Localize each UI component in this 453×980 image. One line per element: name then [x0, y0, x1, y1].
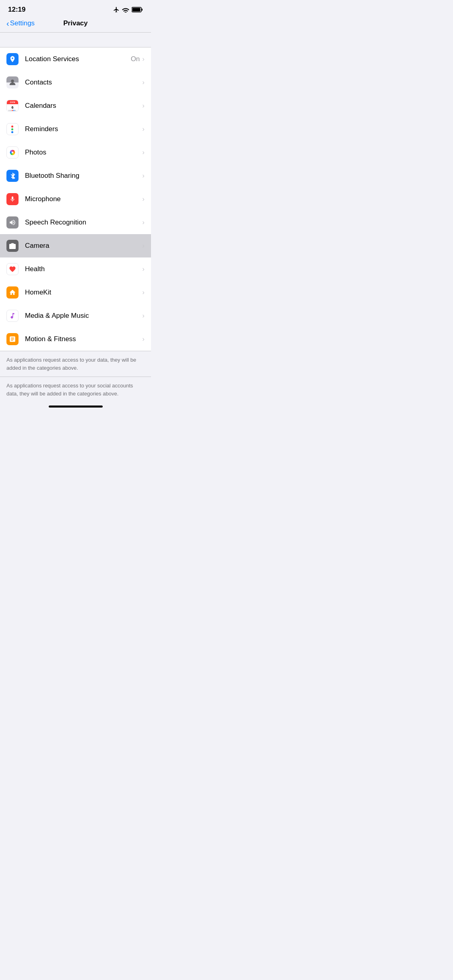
svg-rect-1: [132, 8, 141, 12]
speech-recognition-chevron-icon: ›: [142, 218, 145, 226]
motion-fitness-icon: [6, 333, 19, 345]
photos-label: Photos: [25, 148, 142, 156]
back-chevron-icon: ‹: [6, 19, 9, 27]
microphone-icon: [6, 193, 19, 205]
health-chevron-icon: ›: [142, 265, 145, 273]
reminders-label: Reminders: [25, 125, 142, 133]
homekit-icon: [6, 286, 19, 299]
section-spacer-top: [0, 33, 151, 47]
privacy-list: Location Services On › Contacts › JAN 6: [0, 47, 151, 351]
calendars-icon: JAN 6: [6, 100, 19, 112]
status-time: 12:19: [8, 6, 25, 14]
list-item-contacts[interactable]: Contacts ›: [0, 71, 151, 94]
contacts-icon: [6, 76, 19, 89]
camera-icon: [6, 240, 19, 252]
health-icon: [6, 263, 19, 275]
list-item-microphone[interactable]: Microphone ›: [0, 187, 151, 211]
reminders-chevron-icon: ›: [142, 125, 145, 133]
list-item-photos[interactable]: Photos ›: [0, 141, 151, 164]
list-item-camera[interactable]: Camera ›: [0, 234, 151, 257]
svg-point-5: [12, 152, 14, 154]
svg-rect-2: [142, 9, 143, 11]
location-services-label: Location Services: [25, 55, 131, 63]
back-label: Settings: [10, 19, 35, 27]
back-button[interactable]: ‹ Settings: [6, 19, 35, 27]
wifi-icon: [122, 7, 129, 12]
bluetooth-icon: [6, 170, 19, 182]
calendars-label: Calendars: [25, 102, 142, 110]
bluetooth-sharing-label: Bluetooth Sharing: [25, 172, 142, 180]
photos-chevron-icon: ›: [142, 148, 145, 156]
list-item-calendars[interactable]: JAN 6 Calendars ›: [0, 94, 151, 117]
media-apple-music-chevron-icon: ›: [142, 312, 145, 320]
motion-fitness-chevron-icon: ›: [142, 335, 145, 343]
list-item-location-services[interactable]: Location Services On ›: [0, 47, 151, 71]
page-title: Privacy: [63, 19, 88, 27]
contacts-chevron-icon: ›: [142, 78, 145, 86]
camera-chevron-icon: ›: [142, 242, 145, 250]
speech-recognition-label: Speech Recognition: [25, 218, 142, 226]
photos-icon: [6, 146, 19, 159]
homekit-label: HomeKit: [25, 288, 142, 296]
location-chevron-icon: ›: [142, 55, 145, 63]
microphone-chevron-icon: ›: [142, 195, 145, 203]
list-item-homekit[interactable]: HomeKit ›: [0, 281, 151, 304]
microphone-label: Microphone: [25, 195, 142, 203]
home-indicator: [0, 402, 151, 409]
location-icon: [6, 53, 19, 65]
status-bar: 12:19: [0, 0, 151, 17]
footer-note-1: As applications request access to your d…: [0, 351, 151, 377]
svg-point-3: [11, 80, 14, 82]
home-bar: [49, 406, 103, 408]
battery-icon: [132, 7, 143, 12]
health-label: Health: [25, 265, 142, 273]
homekit-chevron-icon: ›: [142, 288, 145, 296]
apple-music-icon: [6, 310, 19, 322]
bluetooth-chevron-icon: ›: [142, 172, 145, 180]
footer-note-2: As applications request access to your s…: [0, 377, 151, 402]
nav-bar: ‹ Settings Privacy: [0, 17, 151, 32]
reminders-icon: [6, 123, 19, 135]
location-services-value: On: [131, 55, 140, 63]
list-item-bluetooth-sharing[interactable]: Bluetooth Sharing ›: [0, 164, 151, 187]
list-item-reminders[interactable]: Reminders ›: [0, 117, 151, 141]
calendars-chevron-icon: ›: [142, 102, 145, 110]
speech-recognition-icon: [6, 216, 19, 229]
list-item-media-apple-music[interactable]: Media & Apple Music ›: [0, 304, 151, 327]
airplane-icon: [113, 6, 120, 13]
list-item-motion-fitness[interactable]: Motion & Fitness ›: [0, 327, 151, 351]
camera-label: Camera: [25, 242, 142, 250]
list-item-health[interactable]: Health ›: [0, 257, 151, 281]
list-item-speech-recognition[interactable]: Speech Recognition ›: [0, 211, 151, 234]
motion-fitness-label: Motion & Fitness: [25, 335, 142, 343]
status-icons: [113, 6, 143, 13]
contacts-label: Contacts: [25, 78, 142, 86]
media-apple-music-label: Media & Apple Music: [25, 312, 142, 320]
